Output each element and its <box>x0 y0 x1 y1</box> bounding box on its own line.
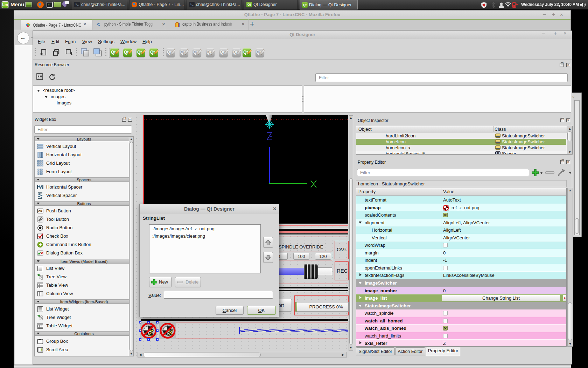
svg-text:OK: OK <box>38 210 42 213</box>
